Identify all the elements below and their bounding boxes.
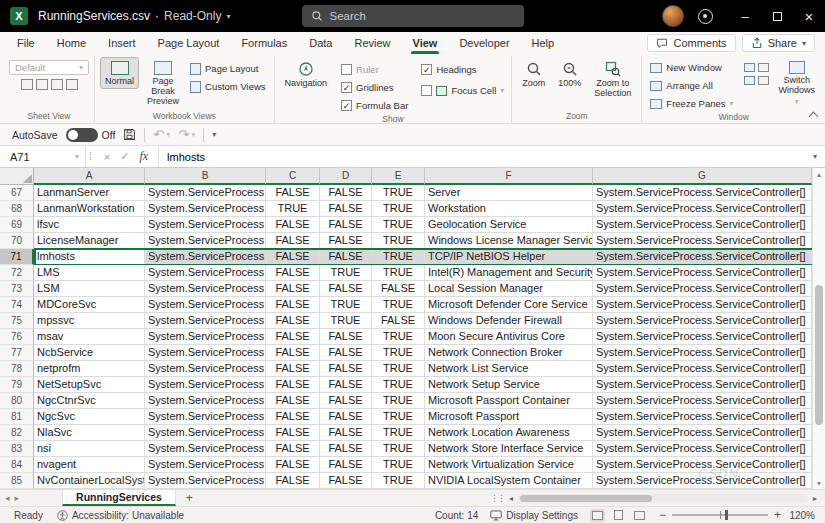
- cell-e85[interactable]: TRUE: [372, 473, 425, 489]
- cell-b80[interactable]: System.ServiceProcess.S: [145, 393, 266, 409]
- name-box[interactable]: A71 ▾: [0, 146, 86, 167]
- cell-b76[interactable]: System.ServiceProcess.S: [145, 329, 266, 345]
- cell-c67[interactable]: FALSE: [266, 185, 320, 201]
- cell-f75[interactable]: Windows Defender Firewall: [425, 313, 593, 329]
- cell-b72[interactable]: System.ServiceProcess.S: [145, 265, 266, 281]
- cell-c72[interactable]: FALSE: [266, 265, 320, 281]
- cell-g74[interactable]: System.ServiceProcess.ServiceController[…: [593, 297, 812, 313]
- cell-g85[interactable]: System.ServiceProcess.ServiceController[…: [593, 473, 812, 489]
- zoom-in-icon[interactable]: +: [774, 508, 781, 522]
- row-header-80[interactable]: 80: [0, 393, 34, 409]
- navigation-button[interactable]: Navigation: [280, 57, 333, 91]
- row-header-73[interactable]: 73: [0, 281, 34, 297]
- search-input[interactable]: Search: [302, 5, 524, 27]
- view-page-layout-button[interactable]: [611, 509, 626, 522]
- tab-splitter-handle[interactable]: ⋮⋮: [490, 493, 504, 503]
- column-header-e[interactable]: E: [372, 168, 425, 185]
- cell-g73[interactable]: System.ServiceProcess.ServiceController[…: [593, 281, 812, 297]
- cell-a81[interactable]: NgcSvc: [34, 409, 145, 425]
- cell-b75[interactable]: System.ServiceProcess.S: [145, 313, 266, 329]
- cell-g82[interactable]: System.ServiceProcess.ServiceController[…: [593, 425, 812, 441]
- split-icon[interactable]: [744, 63, 755, 72]
- cell-c76[interactable]: FALSE: [266, 329, 320, 345]
- cell-a77[interactable]: NcbService: [34, 345, 145, 361]
- title-chevron-down-icon[interactable]: ▾: [226, 12, 230, 21]
- row-header-78[interactable]: 78: [0, 361, 34, 377]
- cell-c78[interactable]: FALSE: [266, 361, 320, 377]
- exit-sheet-view-icon[interactable]: [36, 79, 48, 90]
- cell-b82[interactable]: System.ServiceProcess.S: [145, 425, 266, 441]
- view-side-by-side-icon[interactable]: [744, 76, 755, 85]
- row-header-70[interactable]: 70: [0, 233, 34, 249]
- custom-views-button[interactable]: Custom Views: [187, 79, 269, 94]
- cell-d83[interactable]: FALSE: [320, 441, 372, 457]
- row-header-77[interactable]: 77: [0, 345, 34, 361]
- cell-g68[interactable]: System.ServiceProcess.ServiceController[…: [593, 201, 812, 217]
- name-box-resize-handle[interactable]: ⁞: [86, 151, 94, 162]
- cell-c79[interactable]: FALSE: [266, 377, 320, 393]
- cell-a85[interactable]: NvContainerLocalSystem: [34, 473, 145, 489]
- row-header-84[interactable]: 84: [0, 457, 34, 473]
- cell-e79[interactable]: TRUE: [372, 377, 425, 393]
- cell-g70[interactable]: System.ServiceProcess.ServiceController[…: [593, 233, 812, 249]
- comments-button[interactable]: Comments: [647, 34, 735, 52]
- zoom-slider-thumb[interactable]: [725, 510, 728, 520]
- cell-g78[interactable]: System.ServiceProcess.ServiceController[…: [593, 361, 812, 377]
- cell-f71[interactable]: TCP/IP NetBIOS Helper: [425, 249, 593, 265]
- view-page-break-button[interactable]: [632, 509, 647, 522]
- cell-f73[interactable]: Local Session Manager: [425, 281, 593, 297]
- tab-review[interactable]: Review: [343, 32, 401, 54]
- cell-d79[interactable]: FALSE: [320, 377, 372, 393]
- cell-b77[interactable]: System.ServiceProcess.S: [145, 345, 266, 361]
- cell-f77[interactable]: Network Connection Broker: [425, 345, 593, 361]
- scroll-down-icon[interactable]: ▼: [813, 477, 825, 489]
- zoom-100-button[interactable]: 100%: [553, 57, 586, 91]
- customize-qat-chevron-down-icon[interactable]: ▾: [212, 130, 216, 139]
- cell-f78[interactable]: Network List Service: [425, 361, 593, 377]
- cell-e72[interactable]: TRUE: [372, 265, 425, 281]
- cell-g76[interactable]: System.ServiceProcess.ServiceController[…: [593, 329, 812, 345]
- undo-button[interactable]: ↶▾: [153, 127, 170, 142]
- tab-view[interactable]: View: [402, 32, 449, 54]
- zoom-button[interactable]: Zoom: [517, 57, 550, 91]
- cell-c70[interactable]: FALSE: [266, 233, 320, 249]
- sheet-view-selector[interactable]: Default ▾: [9, 60, 89, 75]
- cell-f82[interactable]: Network Location Awareness: [425, 425, 593, 441]
- cell-b71[interactable]: System.ServiceProcess.S: [145, 249, 266, 265]
- column-header-a[interactable]: A: [34, 168, 145, 185]
- cell-a82[interactable]: NlaSvc: [34, 425, 145, 441]
- cell-d81[interactable]: FALSE: [320, 409, 372, 425]
- headings-checkbox[interactable]: ✓ Headings: [421, 62, 504, 77]
- gridlines-checkbox[interactable]: ✓ Gridlines: [341, 80, 408, 95]
- cell-a83[interactable]: nsi: [34, 441, 145, 457]
- cell-c77[interactable]: FALSE: [266, 345, 320, 361]
- cell-c69[interactable]: FALSE: [266, 217, 320, 233]
- cell-a68[interactable]: LanmanWorkstation: [34, 201, 145, 217]
- cell-f70[interactable]: Windows License Manager Service: [425, 233, 593, 249]
- minimize-button[interactable]: –: [729, 0, 761, 32]
- focus-cell-chevron-down-icon[interactable]: ▾: [500, 86, 504, 95]
- tab-page-layout[interactable]: Page Layout: [147, 32, 231, 54]
- cell-d78[interactable]: FALSE: [320, 361, 372, 377]
- cell-c85[interactable]: FALSE: [266, 473, 320, 489]
- cell-a75[interactable]: mpssvc: [34, 313, 145, 329]
- cell-e68[interactable]: TRUE: [372, 201, 425, 217]
- cell-a84[interactable]: nvagent: [34, 457, 145, 473]
- cell-a71[interactable]: lmhosts: [34, 249, 145, 265]
- new-window-button[interactable]: New Window: [647, 60, 736, 75]
- cell-g81[interactable]: System.ServiceProcess.ServiceController[…: [593, 409, 812, 425]
- tab-insert[interactable]: Insert: [97, 32, 147, 54]
- cell-b70[interactable]: System.ServiceProcess.S: [145, 233, 266, 249]
- cell-a80[interactable]: NgcCtnrSvc: [34, 393, 145, 409]
- cell-g84[interactable]: System.ServiceProcess.ServiceController[…: [593, 457, 812, 473]
- scroll-left-icon[interactable]: ◂: [507, 494, 515, 503]
- row-header-85[interactable]: 85: [0, 473, 34, 489]
- maximize-button[interactable]: [761, 0, 793, 32]
- cell-f84[interactable]: Network Virtualization Service: [425, 457, 593, 473]
- cell-d69[interactable]: FALSE: [320, 217, 372, 233]
- arrange-all-button[interactable]: Arrange All: [647, 78, 736, 93]
- cell-e73[interactable]: FALSE: [372, 281, 425, 297]
- insert-function-icon[interactable]: fx: [139, 149, 148, 164]
- cell-e81[interactable]: TRUE: [372, 409, 425, 425]
- cell-c68[interactable]: TRUE: [266, 201, 320, 217]
